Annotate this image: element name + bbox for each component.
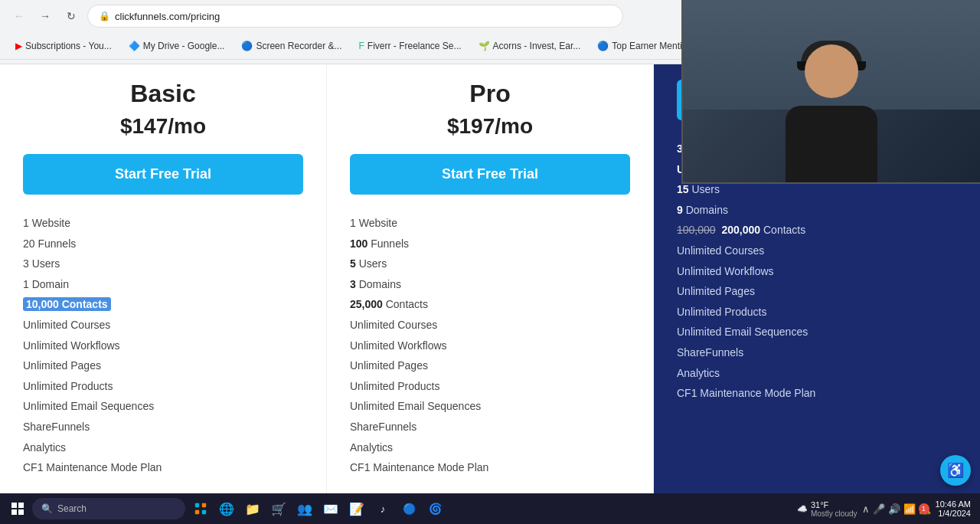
pro-plan-price: $197/mo [350, 114, 630, 139]
list-item: ShareFunnels [23, 417, 303, 437]
bookmark-screen-recorder[interactable]: 🔵 Screen Recorder &... [235, 38, 348, 54]
address-bar[interactable]: 🔒 clickfunnels.com/pricing [87, 5, 623, 28]
bookmark-top-earner[interactable]: 🔵 Top Earner Menti... [591, 38, 695, 54]
list-item: Unlimited Email Sequences [677, 322, 957, 342]
back-button[interactable]: ← [9, 6, 29, 26]
list-item: CF1 Maintenance Mode Plan [677, 383, 957, 404]
svg-rect-1 [18, 503, 24, 508]
list-item: Analytics [350, 437, 630, 458]
reload-button[interactable]: ↻ [61, 6, 81, 26]
svg-rect-7 [202, 510, 206, 514]
list-item: Unlimited Workflows [350, 336, 630, 356]
notification-badge: 1 [919, 503, 929, 514]
svg-rect-4 [195, 503, 199, 507]
taskbar: 🔍 Search 🌐 📁 🛒 👥 ✉️ 📝 ♪ 🔵 🌀 ☁️ 31°F Most… [0, 493, 980, 524]
speaker-icon[interactable]: 🔊 [888, 503, 900, 515]
list-item: 20 Funnels [23, 234, 303, 254]
taskbar-app-tiktok[interactable]: ♪ [371, 496, 395, 521]
list-item: Unlimited Pages [350, 355, 630, 376]
taskbar-app-edge[interactable]: 🌐 [214, 496, 239, 521]
list-item: CF1 Maintenance Mode Plan [350, 457, 630, 478]
system-icons: ∧ 🎤 🔊 📶 🔔 1 [862, 502, 931, 516]
webcam-person [755, 29, 908, 182]
taskbar-app-widgets[interactable] [188, 496, 213, 521]
search-placeholder-text: Search [57, 503, 87, 514]
list-item: CF1 Maintenance Mode Plan [23, 457, 303, 478]
notification-area[interactable]: 🔔 1 [919, 502, 931, 516]
person-body [786, 106, 877, 182]
list-item: 3 Domains [350, 274, 630, 295]
pro-plan-name: Pro [350, 80, 630, 108]
weather-temp: 31°F [811, 500, 858, 509]
basic-cta-button[interactable]: Start Free Trial [23, 154, 303, 195]
forward-button[interactable]: → [35, 6, 55, 26]
basic-feature-list: 1 Website 20 Funnels 3 Users 1 Domain 10… [23, 213, 303, 478]
list-item: Analytics [677, 363, 957, 384]
list-item: Unlimited Products [677, 302, 957, 323]
clock-display: 10:46 AM 1/4/2024 [936, 499, 971, 518]
accessibility-icon: ♿ [947, 462, 964, 479]
lock-icon: 🔒 [99, 11, 110, 21]
webcam-feed [683, 0, 980, 182]
bookmark-fiverr[interactable]: F Fiverr - Freelance Se... [353, 38, 468, 54]
taskbar-app-store[interactable]: 🛒 [266, 496, 291, 521]
list-item: Unlimited Email Sequences [23, 396, 303, 417]
list-item: 1 Website [350, 213, 630, 234]
list-item: 5 Users [350, 254, 630, 274]
pro-feature-list: 1 Website 100 Funnels 5 Users 3 Domains … [350, 213, 630, 478]
list-item-contacts-highlight: 10,000 Contacts [23, 294, 303, 315]
list-item: Unlimited Courses [23, 315, 303, 336]
start-button[interactable] [6, 497, 29, 520]
basic-plan-column: Basic $147/mo Start Free Trial 1 Website… [0, 64, 327, 524]
list-item: Unlimited Courses [350, 315, 630, 336]
accessibility-button[interactable]: ♿ [940, 455, 971, 486]
list-item: ShareFunnels [350, 417, 630, 437]
list-item: 3 Users [23, 254, 303, 274]
weather-condition: Mostly cloudy [811, 509, 858, 518]
time-text: 10:46 AM [936, 499, 971, 509]
list-item: 100 Funnels [350, 234, 630, 254]
list-item: Unlimited Email Sequences [350, 396, 630, 417]
list-item: 9 Domains [677, 200, 957, 221]
list-item: Unlimited Pages [23, 355, 303, 376]
webcam-overlay [681, 0, 980, 184]
list-item: Unlimited Products [23, 376, 303, 397]
list-item: 100,000 200,000 Contacts [677, 220, 957, 241]
basic-plan-name: Basic [23, 80, 303, 108]
weather-icon: ☁️ [797, 504, 808, 514]
chevron-up-icon[interactable]: ∧ [862, 503, 870, 515]
list-item: 1 Website [23, 213, 303, 234]
list-item: 1 Domain [23, 274, 303, 295]
mic-icon[interactable]: 🎤 [873, 503, 885, 515]
taskbar-app-extra[interactable]: 🌀 [423, 496, 447, 521]
bookmark-acorns[interactable]: 🌱 Acorns - Invest, Ear... [472, 38, 587, 54]
bookmark-youtube[interactable]: ▶ Subscriptions - You... [9, 38, 118, 54]
list-item: ShareFunnels [677, 342, 957, 363]
search-icon: 🔍 [41, 503, 53, 514]
list-item: Analytics [23, 437, 303, 458]
list-item: Unlimited Products [350, 376, 630, 397]
weather-widget: ☁️ 31°F Mostly cloudy [797, 500, 858, 518]
pro-cta-button[interactable]: Start Free Trial [350, 154, 630, 195]
taskbar-app-mail[interactable]: ✉️ [318, 496, 343, 521]
url-text: clickfunnels.com/pricing [115, 11, 220, 22]
svg-rect-5 [202, 503, 206, 507]
list-item: Unlimited Pages [677, 281, 957, 302]
svg-rect-6 [195, 510, 199, 514]
basic-plan-price: $147/mo [23, 114, 303, 139]
bookmark-drive[interactable]: 🔷 My Drive - Google... [122, 38, 231, 54]
taskbar-app-notes[interactable]: 📝 [345, 496, 369, 521]
taskbar-app-teams[interactable]: 👥 [292, 496, 317, 521]
svg-rect-0 [11, 503, 17, 508]
list-item: Unlimited Courses [677, 241, 957, 261]
svg-rect-2 [11, 509, 17, 515]
date-text: 1/4/2024 [936, 509, 971, 518]
list-item: 25,000 Contacts [350, 294, 630, 315]
taskbar-app-chrome[interactable]: 🔵 [397, 496, 421, 521]
taskbar-app-explorer[interactable]: 📁 [240, 496, 265, 521]
taskbar-search-box[interactable]: 🔍 Search [32, 498, 185, 519]
list-item: Unlimited Workflows [23, 336, 303, 356]
taskbar-right: ☁️ 31°F Mostly cloudy ∧ 🎤 🔊 📶 🔔 1 10:46 … [797, 499, 974, 518]
person-head [805, 44, 858, 98]
network-icon[interactable]: 📶 [903, 503, 916, 515]
